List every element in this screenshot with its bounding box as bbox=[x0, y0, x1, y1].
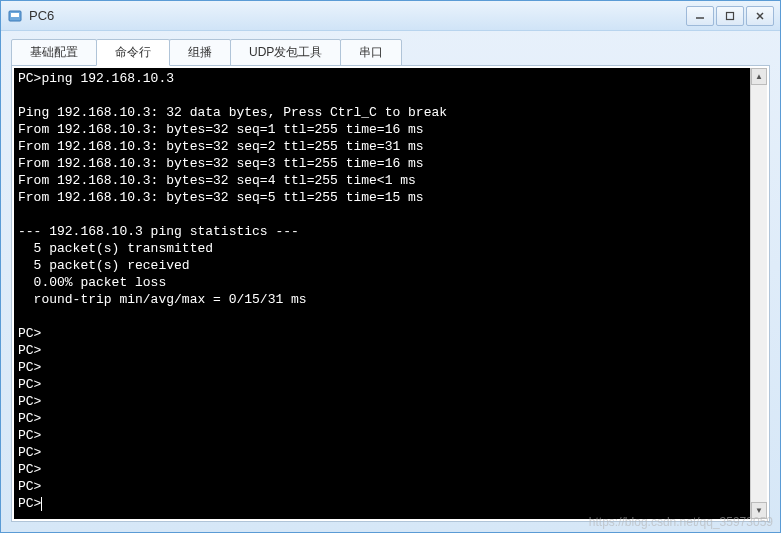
minimize-button[interactable] bbox=[686, 6, 714, 26]
svg-rect-3 bbox=[727, 12, 734, 19]
content-area: 基础配置 命令行 组播 UDP发包工具 串口 PC>ping 192.168.1… bbox=[1, 31, 780, 532]
app-icon bbox=[7, 8, 23, 24]
maximize-button[interactable] bbox=[716, 6, 744, 26]
app-window: PC6 基础配置 命令行 组播 UDP发包工具 串口 PC>ping 192.1… bbox=[0, 0, 781, 533]
terminal-container: PC>ping 192.168.10.3 Ping 192.168.10.3: … bbox=[11, 65, 770, 522]
scroll-down-arrow[interactable]: ▼ bbox=[751, 502, 767, 519]
scrollbar[interactable]: ▲ ▼ bbox=[750, 68, 767, 519]
scroll-up-arrow[interactable]: ▲ bbox=[751, 68, 767, 85]
svg-rect-1 bbox=[11, 13, 19, 17]
tab-serial[interactable]: 串口 bbox=[340, 39, 402, 66]
window-title: PC6 bbox=[29, 8, 684, 23]
tab-multicast[interactable]: 组播 bbox=[169, 39, 231, 66]
tab-udp-tool[interactable]: UDP发包工具 bbox=[230, 39, 341, 66]
tab-basic-config[interactable]: 基础配置 bbox=[11, 39, 97, 66]
titlebar: PC6 bbox=[1, 1, 780, 31]
tab-command-line[interactable]: 命令行 bbox=[96, 39, 170, 66]
terminal[interactable]: PC>ping 192.168.10.3 Ping 192.168.10.3: … bbox=[14, 68, 750, 519]
close-button[interactable] bbox=[746, 6, 774, 26]
tab-bar: 基础配置 命令行 组播 UDP发包工具 串口 bbox=[11, 39, 770, 66]
window-controls bbox=[684, 6, 774, 26]
